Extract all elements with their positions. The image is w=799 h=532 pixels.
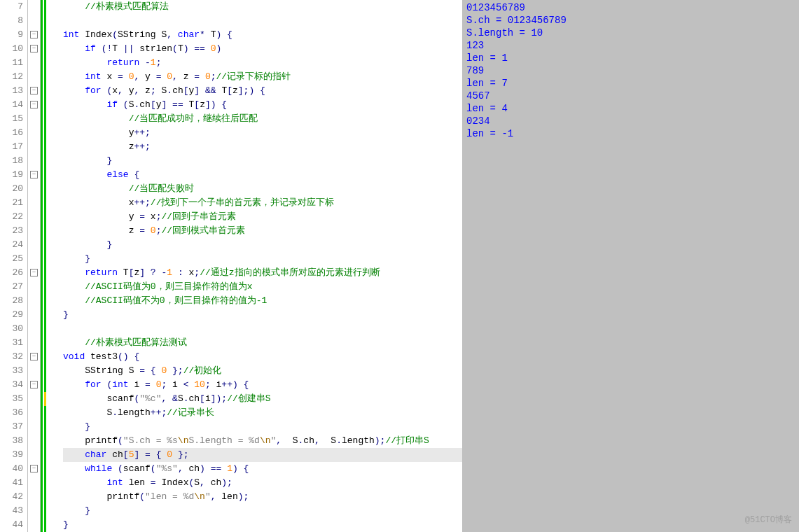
code-line[interactable]: //ASCII码值为0，则三目操作符的值为x: [63, 280, 462, 294]
line-number: 36: [0, 406, 27, 420]
code-line[interactable]: S.length++;//记录串长: [63, 406, 462, 420]
change-indicator: [41, 336, 60, 350]
line-number: 38: [0, 434, 27, 448]
change-indicator: [41, 238, 60, 252]
code-line[interactable]: printf("len = %d\n", len);: [63, 490, 462, 504]
code-line[interactable]: SString S = { 0 };//初始化: [63, 364, 462, 378]
code-line[interactable]: //朴素模式匹配算法测试: [63, 336, 462, 350]
code-line[interactable]: return T[z] ? -1 : x;//通过z指向的模式串所对应的元素进行…: [63, 266, 462, 280]
code-line[interactable]: while (scanf("%s", ch) == 1) {: [63, 462, 462, 476]
code-line[interactable]: for (x, y, z; S.ch[y] && T[z];) {: [63, 84, 462, 98]
code-line[interactable]: int Index(SString S, char* T) {: [63, 28, 462, 42]
change-indicator: [41, 294, 60, 308]
change-indicator: [41, 42, 60, 56]
fold-toggle-icon[interactable]: −: [30, 101, 38, 108]
change-indicator: [41, 224, 60, 238]
change-indicator: [41, 266, 60, 280]
change-indicator: [41, 280, 60, 294]
change-indicator: [41, 518, 60, 532]
console-output-line: S.length = 10: [466, 27, 795, 39]
code-line[interactable]: return -1;: [63, 56, 462, 70]
line-number: 17: [0, 140, 27, 154]
code-line[interactable]: }: [63, 420, 462, 434]
line-number: 28: [0, 294, 27, 308]
line-number: 44: [0, 518, 27, 532]
code-line[interactable]: void test3() {: [63, 350, 462, 364]
code-line[interactable]: y = x;//回到子串首元素: [63, 210, 462, 224]
fold-toggle-icon[interactable]: −: [30, 269, 38, 276]
line-number-gutter: 7891011121314151617181920212223242526272…: [0, 0, 28, 532]
code-line[interactable]: printf("S.ch = %s\nS.length = %d\n", S.c…: [63, 434, 462, 448]
change-indicator: [41, 462, 60, 476]
code-line[interactable]: else {: [63, 168, 462, 182]
console-output-line: 789: [466, 64, 795, 77]
console-output-line: len = 1: [466, 52, 795, 64]
fold-toggle-icon[interactable]: −: [30, 87, 38, 94]
line-number: 42: [0, 490, 27, 504]
code-area[interactable]: //朴素模式匹配算法int Index(SString S, char* T) …: [60, 0, 462, 532]
console-output-panel: 0123456789S.ch = 0123456789S.length = 10…: [462, 0, 799, 532]
line-number: 33: [0, 364, 27, 378]
code-line[interactable]: y++;: [63, 126, 462, 140]
code-line[interactable]: x++;//找到下一个子串的首元素，并记录对应下标: [63, 196, 462, 210]
code-line[interactable]: }: [63, 252, 462, 266]
line-number: 29: [0, 308, 27, 322]
console-output-line: 123: [466, 39, 795, 52]
fold-toggle-icon[interactable]: −: [30, 171, 38, 178]
watermark-text: @51CTO博客: [745, 514, 792, 526]
code-line[interactable]: }: [63, 308, 462, 322]
change-indicator: [41, 56, 60, 70]
fold-toggle-icon[interactable]: −: [30, 45, 38, 52]
code-line[interactable]: z = 0;//回到模式串首元素: [63, 224, 462, 238]
change-indicator: [41, 112, 60, 126]
change-indicator: [41, 378, 60, 392]
fold-marker-column: −−−−−−−−−: [28, 0, 41, 532]
change-bar-column: [41, 0, 60, 532]
line-number: 12: [0, 70, 27, 84]
line-number: 23: [0, 224, 27, 238]
change-indicator: [41, 140, 60, 154]
line-number: 19: [0, 168, 27, 182]
line-number: 13: [0, 84, 27, 98]
code-line[interactable]: [63, 14, 462, 28]
change-indicator: [41, 420, 60, 434]
code-line[interactable]: if (S.ch[y] == T[z]) {: [63, 98, 462, 112]
code-line[interactable]: int len = Index(S, ch);: [63, 476, 462, 490]
fold-toggle-icon[interactable]: −: [30, 31, 38, 38]
code-line[interactable]: }: [63, 154, 462, 168]
line-number: 35: [0, 392, 27, 406]
line-number: 8: [0, 14, 27, 28]
console-output-line: 0234: [466, 115, 795, 127]
code-line[interactable]: z++;: [63, 140, 462, 154]
code-line[interactable]: char ch[5] = { 0 };: [63, 448, 462, 462]
line-number: 7: [0, 0, 27, 14]
change-indicator: [41, 434, 60, 448]
code-line[interactable]: int x = 0, y = 0, z = 0;//记录下标的指针: [63, 70, 462, 84]
line-number: 11: [0, 56, 27, 70]
code-line[interactable]: }: [63, 518, 462, 532]
code-line[interactable]: //朴素模式匹配算法: [63, 0, 462, 14]
code-line[interactable]: }: [63, 504, 462, 518]
line-number: 24: [0, 238, 27, 252]
change-indicator: [41, 154, 60, 168]
change-indicator: [41, 168, 60, 182]
change-indicator: [41, 350, 60, 364]
fold-toggle-icon[interactable]: −: [30, 381, 38, 388]
code-line[interactable]: //当匹配失败时: [63, 182, 462, 196]
change-indicator: [41, 322, 60, 336]
code-line[interactable]: if (!T || strlen(T) == 0): [63, 42, 462, 56]
code-line[interactable]: }: [63, 238, 462, 252]
line-number: 39: [0, 448, 27, 462]
fold-toggle-icon[interactable]: −: [30, 465, 38, 472]
code-line[interactable]: [63, 322, 462, 336]
change-indicator: [41, 490, 60, 504]
change-indicator: [41, 0, 60, 14]
code-line[interactable]: //ASCII码值不为0，则三目操作符的值为-1: [63, 294, 462, 308]
code-line[interactable]: for (int i = 0; i < 10; i++) {: [63, 378, 462, 392]
line-number: 27: [0, 280, 27, 294]
code-line[interactable]: //当匹配成功时，继续往后匹配: [63, 112, 462, 126]
console-output-line: len = 4: [466, 102, 795, 115]
change-indicator: [41, 14, 60, 28]
fold-toggle-icon[interactable]: −: [30, 353, 38, 360]
code-line[interactable]: scanf("%c", &S.ch[i]);//创建串S: [63, 392, 462, 406]
